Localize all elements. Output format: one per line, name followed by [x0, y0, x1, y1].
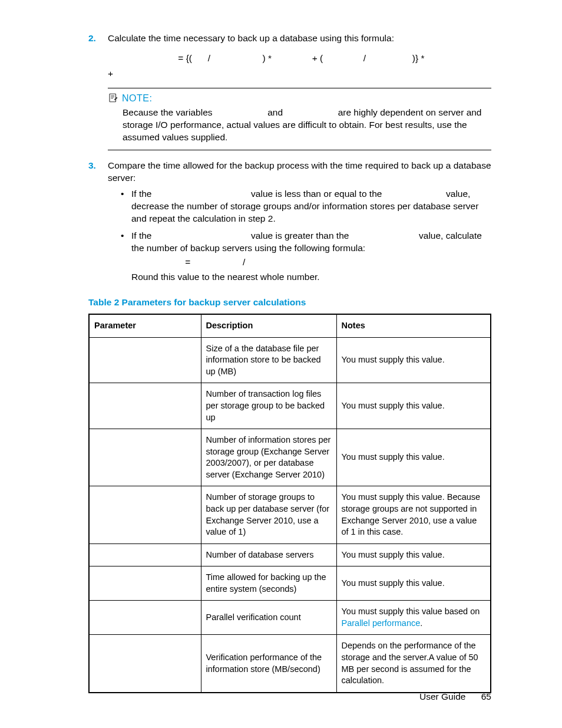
page-footer: User Guide 65	[419, 691, 491, 703]
note-text: Because the variables	[123, 107, 215, 117]
step-text: Compare the time allowed for the backup …	[108, 160, 491, 183]
ordered-steps: 3. Compare the time allowed for the back…	[88, 160, 491, 284]
bullet-text: value is less than or equal to the	[251, 189, 385, 199]
col-description: Description	[201, 314, 336, 337]
cell-description: Number of transaction log files per stor…	[201, 383, 336, 429]
note-block: NOTE: Because the variables and are high…	[88, 92, 491, 144]
cell-notes: You must supply this value.	[336, 337, 491, 383]
page-number: 65	[481, 691, 491, 701]
formula-part: = {(	[178, 53, 192, 63]
link-parallel-performance[interactable]: Parallel performance	[342, 618, 421, 628]
note-icon	[108, 93, 118, 103]
cell-parameter	[89, 337, 201, 383]
bullet-text: value is greater than the	[251, 230, 352, 241]
bullet-item: If the value is greater than the value, …	[121, 230, 491, 284]
cell-description: Size of a the database file per informat…	[201, 337, 336, 383]
note-text: and	[267, 107, 285, 117]
notes-text: .	[420, 618, 422, 628]
table-row: Number of database servers You must supp…	[89, 543, 491, 566]
cell-notes: You must supply this value. Because stor…	[336, 486, 491, 543]
bullet-list: If the value is less than or equal to th…	[108, 188, 491, 284]
formula-part: =	[185, 257, 193, 267]
cell-parameter	[89, 429, 201, 486]
notes-text: You must supply this value based on	[342, 607, 480, 616]
cell-notes: You must supply this value.	[336, 429, 491, 486]
parameters-table: Parameter Description Notes Size of a th…	[88, 314, 491, 693]
bullet-text: If the	[131, 230, 154, 241]
bullet-text: Round this value to the nearest whole nu…	[131, 272, 320, 282]
note-divider-top	[108, 88, 491, 88]
formula-part: /	[363, 53, 369, 63]
table-row: Number of information stores per storage…	[89, 429, 491, 486]
step-2: 2. Calculate the time necessary to back …	[88, 32, 491, 45]
table-row: Number of storage groups to back up per …	[89, 486, 491, 543]
cell-parameter	[89, 383, 201, 429]
note-divider-bottom	[108, 150, 491, 150]
note-label: NOTE:	[122, 92, 152, 105]
col-notes: Notes	[336, 314, 491, 337]
footer-title: User Guide	[419, 691, 465, 701]
table-row: Time allowed for backing up the entire s…	[89, 566, 491, 601]
cell-parameter	[89, 601, 201, 635]
page: 2. Calculate the time necessary to back …	[0, 0, 562, 728]
cell-notes: You must supply this value based on Para…	[336, 601, 491, 635]
cell-description: Verification performance of the informat…	[201, 635, 336, 693]
table-row: Number of transaction log files per stor…	[89, 383, 491, 429]
cell-description: Number of storage groups to back up per …	[201, 486, 336, 543]
table-row: Verification performance of the informat…	[89, 635, 491, 693]
note-body: Because the variables and are highly dep…	[108, 107, 491, 144]
cell-parameter	[89, 486, 201, 543]
cell-description: Number of information stores per storage…	[201, 429, 336, 486]
formula-part: /	[243, 257, 245, 267]
cell-description: Parallel verification count	[201, 601, 336, 635]
cell-parameter	[89, 566, 201, 601]
cell-notes: You must supply this value.	[336, 383, 491, 429]
cell-notes: You must supply this value.	[336, 566, 491, 601]
svg-rect-0	[110, 94, 116, 103]
ordered-steps: 2. Calculate the time necessary to back …	[88, 32, 491, 45]
cell-description: Number of database servers	[201, 543, 336, 566]
cell-parameter	[89, 635, 201, 693]
cell-description: Time allowed for backing up the entire s…	[201, 566, 336, 601]
formula-part: ) *	[263, 53, 275, 63]
step-number: 3.	[88, 160, 96, 172]
col-parameter: Parameter	[89, 314, 201, 337]
table-caption: Table 2 Parameters for backup server cal…	[88, 297, 491, 309]
table-row: Parallel verification count You must sup…	[89, 601, 491, 635]
formula-block: = {( / ) * + ( / )} * +	[88, 51, 491, 82]
step-number: 2.	[88, 32, 96, 45]
sub-formula: = /	[131, 256, 491, 269]
cell-notes: Depends on the performance of the storag…	[336, 635, 491, 693]
bullet-item: If the value is less than or equal to th…	[121, 188, 491, 225]
cell-notes: You must supply this value.	[336, 543, 491, 566]
formula-part: + (	[312, 53, 323, 63]
table-header-row: Parameter Description Notes	[89, 314, 491, 337]
step-3: 3. Compare the time allowed for the back…	[88, 160, 491, 284]
table-row: Size of a the database file per informat…	[89, 337, 491, 383]
note-header: NOTE:	[108, 92, 491, 105]
step-text: Calculate the time necessary to back up …	[108, 33, 394, 43]
bullet-text: If the	[131, 189, 154, 199]
formula-part: +	[108, 68, 113, 78]
formula-part: )} *	[412, 53, 425, 63]
cell-parameter	[89, 543, 201, 566]
formula-part: /	[208, 53, 213, 63]
